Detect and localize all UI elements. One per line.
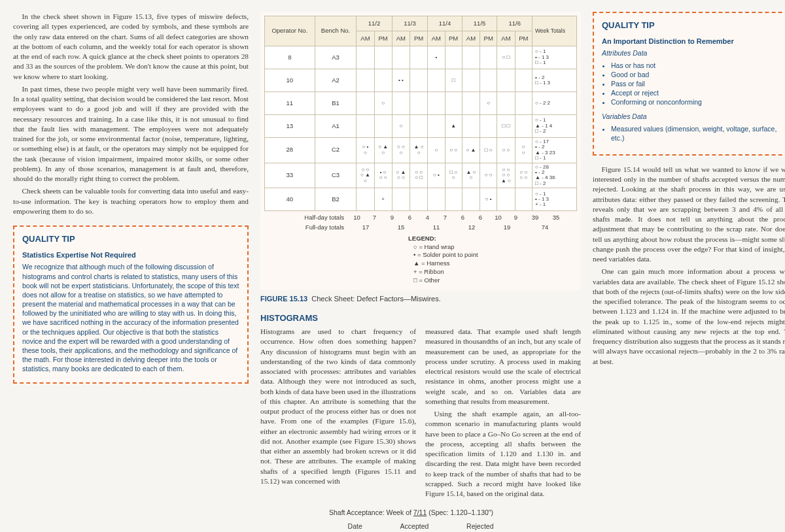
table-row: 40B2+○ •○ - 1 • - 1 3 + - 1 (265, 188, 577, 211)
table-row: 11B1○○○ - 2 2 (265, 92, 577, 115)
col-week-totals: Week Totals (532, 16, 577, 46)
para-3: Check sheets can be valuable tools for c… (13, 186, 249, 216)
tip2-attr-list: Has or has notGood or badPass or failAcc… (611, 61, 785, 107)
tip2-title: QUALITY TIP (602, 20, 785, 31)
header-row-1: Operator No. Bench No. 11/2 11/3 11/4 11… (265, 16, 577, 31)
table-row: 8A3•○ □○ - 1 • - 1 3 □ - 1 (265, 46, 577, 69)
table-row: 10A2• •□• - 2 □ - 1 3 (265, 69, 577, 92)
half-day-label: Half-day totals (264, 214, 348, 222)
left-column: In the check sheet shown in Figure 15.13… (13, 12, 249, 532)
para-2: In past times, these two people might ve… (13, 84, 249, 184)
para-1: In the check sheet shown in Figure 15.13… (13, 12, 249, 82)
col-operator: Operator No. (265, 16, 315, 46)
shaft-acceptance-table: Shaft Acceptance: Week of 7/11 (Spec: 1.… (329, 508, 512, 532)
tip2-var-list: Measured values (dimension, weight, volt… (611, 124, 785, 142)
table-row: 33C3○ ○ ○ ▲ ○• ○ ○ ○○ ▲ ○ ○○ ○ ○ □○ •□ ○… (265, 163, 577, 188)
right-p2: One can gain much more information about… (593, 267, 785, 367)
tip1-sub: Statistics Expertise Not Required (22, 250, 239, 260)
tip1-body: We recognize that although much of the f… (22, 262, 239, 373)
check-sheet: Operator No. Bench No. 11/2 11/3 11/4 11… (260, 12, 581, 290)
histo-p1: Histograms are used to chart frequency o… (260, 327, 416, 486)
tip2-attr-head: Attributes Data (602, 48, 785, 58)
histo-p3: Using the shaft example again, an all-to… (425, 409, 581, 499)
middle-column: Operator No. Bench No. 11/2 11/3 11/4 11… (260, 12, 581, 532)
check-sheet-table: Operator No. Bench No. 11/2 11/3 11/4 11… (264, 16, 577, 211)
legend: LEGEND: ○ = Hand wrap• = Solder point to… (408, 235, 577, 285)
shaft-header: Date Accepted Rejected (329, 521, 512, 532)
quality-tip-distinction: QUALITY TIP An Important Distinction to … (593, 12, 785, 156)
col-bench: Bench No. (315, 16, 357, 46)
right-column: QUALITY TIP An Important Distinction to … (593, 12, 785, 532)
figure-15-13-caption: FIGURE 15.13 Check Sheet: Defect Factors… (260, 294, 581, 304)
table-row: 28C2○ • ○○ ▲ ○○ ○ ○▲ ○ ○○○ ○○ ▲ □ ○○ ○○ … (265, 138, 577, 163)
histograms-heading: HISTOGRAMS (260, 312, 581, 324)
quality-tip-statistics: QUALITY TIP Statistics Expertise Not Req… (13, 225, 249, 384)
tip2-var-head: Variables Data (602, 112, 785, 121)
tip2-sub: An Important Distinction to Remember (602, 37, 785, 46)
table-row: 13A1○▲□ □○ - 1 ▲ - 1 4 □ - 2 (265, 115, 577, 138)
histo-p2: measured data. That example used shaft l… (425, 327, 581, 407)
full-day-label: Full-day totals (264, 224, 348, 232)
right-p1: Figure 15.14 would tell us what we wante… (593, 165, 785, 265)
tip1-title: QUALITY TIP (22, 233, 239, 245)
